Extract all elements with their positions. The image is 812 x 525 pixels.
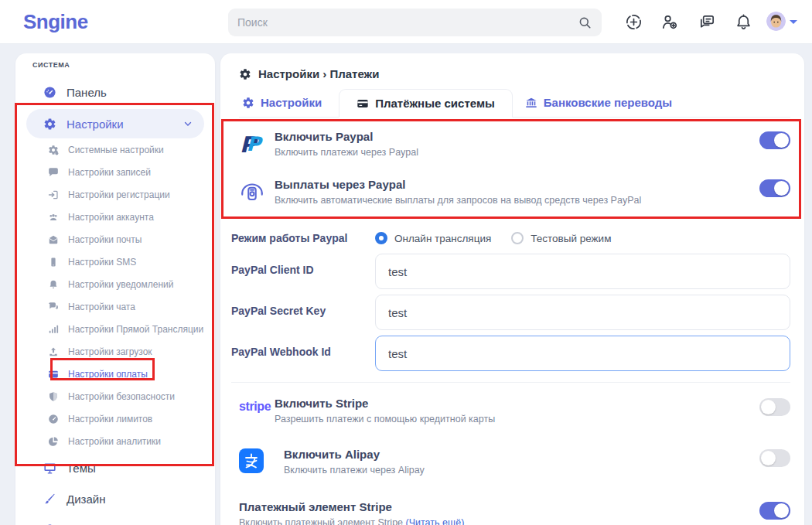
tab-bank-transfers[interactable]: Банковские переводы xyxy=(522,88,675,117)
create-icon[interactable] xyxy=(625,13,643,31)
upload-icon xyxy=(48,346,59,357)
sidebar-item-design[interactable]: Дизайн xyxy=(26,483,204,514)
chat-icon xyxy=(48,302,59,312)
sidebar-subitem-chat-settings[interactable]: Настройки чата xyxy=(26,295,204,318)
sidebar-subitem-registration-settings[interactable]: Настройки регистрации xyxy=(26,183,204,206)
sidebar-subitem-upload-settings[interactable]: Настройки загрузок xyxy=(26,340,204,363)
tab-payment-systems[interactable]: Платёжные системы xyxy=(339,89,513,118)
search-box[interactable] xyxy=(228,9,602,36)
paypal-mode-label: Режим работы Paypal xyxy=(231,232,375,244)
paypal-fields: PayPal Client ID PayPal Secret Key PayPa… xyxy=(231,254,790,371)
paypal-logo-icon: PP xyxy=(239,131,265,157)
breadcrumb: Настройки › Платежи xyxy=(239,67,790,80)
mobile-icon xyxy=(48,257,59,268)
sidebar-subitem-sms-settings[interactable]: Настройки SMS xyxy=(26,251,204,273)
setting-desc: Включить платежный элемент Stripe (Читат… xyxy=(239,517,464,525)
sidebar-item-settings[interactable]: Настройки xyxy=(26,109,204,138)
alipay-enable-toggle[interactable] xyxy=(759,449,790,467)
setting-title: Платежный элемент Stripe xyxy=(239,500,464,513)
setting-title: Выплаты через Paypal xyxy=(275,178,641,191)
mail-icon xyxy=(48,234,59,245)
stripe-element-toggle[interactable] xyxy=(759,502,790,520)
dashboard-icon xyxy=(43,86,56,99)
sidebar-subitem-notification-settings[interactable]: Настройки уведомлений xyxy=(26,273,204,295)
sidebar-item-themes[interactable]: Темы xyxy=(26,452,204,483)
setting-title: Включить Alipay xyxy=(284,448,425,461)
search-input[interactable] xyxy=(237,16,578,29)
bell-icon xyxy=(48,279,59,290)
gears-icon xyxy=(48,145,59,155)
comment-icon xyxy=(48,167,59,178)
tab-strip: Настройки Платёжные системы Банковские п… xyxy=(239,88,790,118)
paypal-mode-row: Режим работы Paypal Онлайн трансляция Те… xyxy=(231,232,790,244)
subitem-label: Настройки уведомлений xyxy=(68,279,173,290)
setting-title: Включить Stripe xyxy=(275,397,495,410)
setting-desc: Включить автоматические выплаты для запр… xyxy=(275,195,641,206)
card-icon xyxy=(357,97,369,110)
gauge-icon xyxy=(48,414,59,424)
stripe-enable-row: stripe Включить Stripe Разрешить платежи… xyxy=(231,392,790,432)
paypal-webhook-id-input[interactable] xyxy=(375,336,790,371)
sign-in-icon xyxy=(48,189,59,200)
sidebar-item-dashboard[interactable]: Панель xyxy=(26,77,204,107)
monitor-icon xyxy=(43,462,56,475)
mode-option-sandbox[interactable]: Тестовый режим xyxy=(511,232,611,244)
top-bar: Sngine xyxy=(0,0,812,44)
radio-label: Онлайн трансляция xyxy=(394,233,491,244)
avatar[interactable] xyxy=(766,12,786,31)
paypal-enable-row: PP Включить Paypal Включить платежи чере… xyxy=(231,125,790,165)
brush-icon xyxy=(43,493,56,506)
chevron-down-icon xyxy=(183,118,193,129)
subitem-label: Настройки аккаунта xyxy=(68,212,154,223)
subitem-label: Настройки загрузок xyxy=(68,346,152,357)
sidebar-item-partial[interactable] xyxy=(26,514,204,525)
notifications-icon[interactable] xyxy=(735,13,752,31)
app-logo[interactable]: Sngine xyxy=(23,10,88,34)
mode-option-live[interactable]: Онлайн трансляция xyxy=(375,232,491,244)
sidebar-subitem-live-settings[interactable]: Настройки Прямой Трансляции xyxy=(26,318,204,340)
sidebar-subitem-post-settings[interactable]: Настройки записей xyxy=(26,161,204,183)
sidebar-subitem-analytics-settings[interactable]: Настройки аналитики xyxy=(26,430,204,452)
tab-label: Банковские переводы xyxy=(544,96,672,109)
signal-icon xyxy=(48,324,59,335)
setting-desc: Разрешить платежи с помощью кредитной ка… xyxy=(275,414,495,424)
field-row: PayPal Webhook Id xyxy=(231,336,790,371)
field-row: PayPal Client ID xyxy=(231,254,790,289)
field-label: PayPal Secret Key xyxy=(231,295,375,317)
sidebar-subitem-mail-settings[interactable]: Настройки почты xyxy=(26,228,204,251)
paypal-payouts-toggle[interactable] xyxy=(759,179,790,197)
sidebar-subitem-payment-settings[interactable]: Настройки оплаты xyxy=(26,363,204,385)
sidebar-subitem-system-settings[interactable]: Системные настройки xyxy=(26,138,204,161)
messages-icon[interactable] xyxy=(698,13,716,31)
radio-label: Тестовый режим xyxy=(531,233,611,244)
sidebar-subitem-account-settings[interactable]: Настройки аккаунта xyxy=(26,206,204,228)
pie-icon xyxy=(48,436,59,447)
caret-down-icon[interactable] xyxy=(790,20,797,24)
search-icon[interactable] xyxy=(578,15,592,30)
radio-unselected-icon[interactable] xyxy=(511,232,524,244)
paypal-enable-toggle[interactable] xyxy=(759,131,790,149)
subitem-label: Настройки записей xyxy=(68,167,151,178)
subitem-label: Настройки Прямой Трансляции xyxy=(68,324,203,335)
field-row: PayPal Secret Key xyxy=(231,295,790,330)
svg-text:P: P xyxy=(246,132,263,155)
subitem-label: Настройки оплаты xyxy=(68,369,148,380)
stripe-enable-toggle[interactable] xyxy=(759,398,790,416)
subitem-label: Настройки аналитики xyxy=(68,436,161,447)
sidebar-subitem-limit-settings[interactable]: Настройки лимитов xyxy=(26,407,204,430)
read-more-link[interactable]: (Читать ещё) xyxy=(406,517,465,525)
tab-settings[interactable]: Настройки xyxy=(239,88,325,117)
paypal-secret-key-input[interactable] xyxy=(375,295,790,330)
paypal-client-id-input[interactable] xyxy=(375,254,790,289)
shield-icon xyxy=(48,391,59,402)
users-icon xyxy=(48,212,59,223)
radio-selected-icon[interactable] xyxy=(375,232,387,244)
sidebar-item-label: Панель xyxy=(67,86,107,99)
tab-label: Настройки xyxy=(261,96,322,109)
add-friend-icon[interactable] xyxy=(660,13,678,31)
settings-subnav: Системные настройки Настройки записей На… xyxy=(26,138,204,452)
subitem-label: Настройки регистрации xyxy=(68,189,170,200)
section-divider xyxy=(231,382,790,383)
alipay-icon xyxy=(239,448,275,475)
sidebar-subitem-security-settings[interactable]: Настройки безопасности xyxy=(26,385,204,407)
